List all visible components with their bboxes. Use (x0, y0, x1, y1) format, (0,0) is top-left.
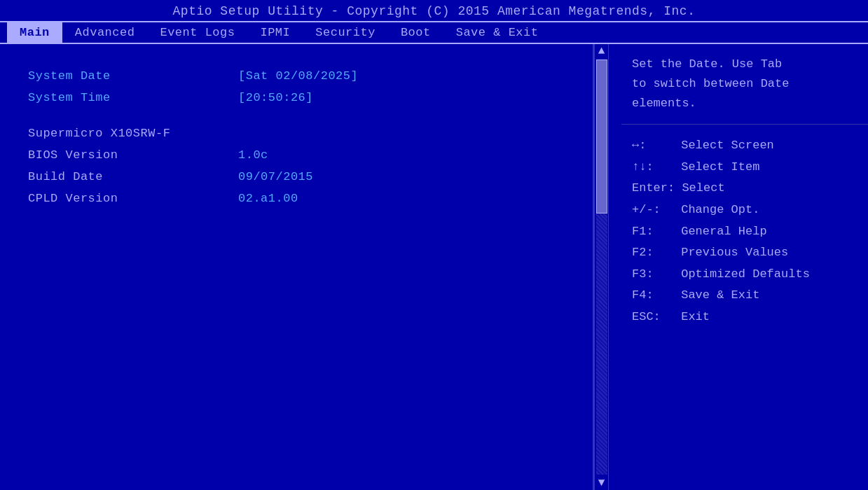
right-panel-inner: ▲ ▼ Set the Date. Use Tabto switch betwe… (595, 44, 868, 490)
shortcut-row: +/-: Change Opt. (632, 200, 857, 221)
menu-item-security[interactable]: Security (303, 22, 388, 43)
system-date-value[interactable]: [Sat 02/08/2025] (238, 69, 358, 83)
shortcut-action: Select (682, 178, 724, 200)
shortcut-action: Select Screen (681, 135, 774, 157)
title-bar: Aptio Setup Utility - Copyright (C) 2015… (0, 0, 868, 21)
cpld-version-value: 02.a1.00 (238, 192, 298, 205)
shortcut-key: ↑↓: (632, 157, 674, 178)
shortcuts-block: ↔: Select Screen↑↓: Select ItemEnter: Se… (621, 128, 868, 335)
model-row: Supermicro X10SRW-F (28, 122, 572, 144)
menu-item-ipmi[interactable]: IPMI (247, 22, 303, 43)
right-panel: ▲ ▼ Set the Date. Use Tabto switch betwe… (595, 44, 868, 490)
shortcut-row: F4: Save & Exit (632, 285, 857, 307)
system-date-row: System Date [Sat 02/08/2025] (28, 65, 572, 87)
left-panel: System Date [Sat 02/08/2025] System Time… (0, 44, 595, 490)
divider (621, 124, 868, 125)
model-label: Supermicro X10SRW-F (28, 127, 238, 140)
shortcut-action: Exit (681, 307, 710, 328)
scroll-thumb (596, 59, 607, 214)
shortcut-action: Optimized Defaults (681, 264, 810, 286)
build-date-row: Build Date 09/07/2015 (28, 166, 572, 188)
shortcut-action: General Help (681, 221, 766, 243)
shortcut-row: ↔: Select Screen (632, 135, 857, 157)
cpld-version-row: CPLD Version 02.a1.00 (28, 188, 572, 209)
menu-item-save-and-exit[interactable]: Save & Exit (443, 22, 551, 43)
shortcut-action: Select Item (681, 157, 759, 178)
cpld-version-label: CPLD Version (28, 192, 238, 205)
shortcut-row: F2: Previous Values (632, 242, 857, 264)
shortcut-action: Save & Exit (681, 285, 759, 307)
title-text: Aptio Setup Utility - Copyright (C) 2015… (173, 4, 696, 18)
menu-bar: MainAdvancedEvent LogsIPMISecurityBootSa… (0, 21, 868, 44)
shortcut-row: Enter: Select (632, 178, 857, 200)
shortcut-key: Enter: (632, 178, 675, 200)
bios-version-label: BIOS Version (28, 148, 238, 162)
content-area: System Date [Sat 02/08/2025] System Time… (0, 44, 868, 490)
shortcut-action: Change Opt. (681, 200, 759, 221)
menu-item-boot[interactable]: Boot (388, 22, 443, 43)
system-date-label: System Date (28, 69, 238, 83)
right-content: Set the Date. Use Tabto switch between D… (621, 44, 868, 490)
bios-version-row: BIOS Version 1.0c (28, 144, 572, 166)
help-text: Set the Date. Use Tabto switch between D… (632, 57, 789, 110)
system-time-label: System Time (28, 91, 238, 104)
shortcut-row: F3: Optimized Defaults (632, 264, 857, 286)
scrollbar: ▲ ▼ (595, 44, 609, 490)
shortcut-key: F4: (632, 285, 674, 307)
build-date-value: 09/07/2015 (238, 170, 313, 183)
bios-version-value: 1.0c (238, 148, 268, 162)
scroll-up-arrow[interactable]: ▲ (598, 44, 605, 58)
scroll-down-arrow[interactable]: ▼ (598, 476, 605, 490)
build-date-label: Build Date (28, 170, 238, 183)
shortcut-row: ESC: Exit (632, 307, 857, 328)
scroll-background (596, 214, 607, 475)
shortcut-row: ↑↓: Select Item (632, 157, 857, 178)
shortcut-key: ESC: (632, 307, 674, 328)
shortcut-key: ↔: (632, 135, 674, 157)
menu-item-event-logs[interactable]: Event Logs (147, 22, 247, 43)
help-text-block: Set the Date. Use Tabto switch between D… (621, 44, 868, 120)
system-time-row: System Time [20:50:26] (28, 87, 572, 108)
menu-item-advanced[interactable]: Advanced (62, 22, 148, 43)
shortcut-key: F3: (632, 264, 674, 286)
shortcut-action: Previous Values (681, 242, 788, 264)
system-time-value[interactable]: [20:50:26] (238, 91, 313, 104)
bios-screen: Aptio Setup Utility - Copyright (C) 2015… (0, 0, 868, 490)
shortcut-key: +/-: (632, 200, 674, 221)
shortcut-row: F1: General Help (632, 221, 857, 243)
shortcut-key: F2: (632, 242, 674, 264)
scroll-thumb-area (595, 58, 608, 476)
shortcut-key: F1: (632, 221, 674, 243)
menu-item-main[interactable]: Main (7, 22, 62, 43)
